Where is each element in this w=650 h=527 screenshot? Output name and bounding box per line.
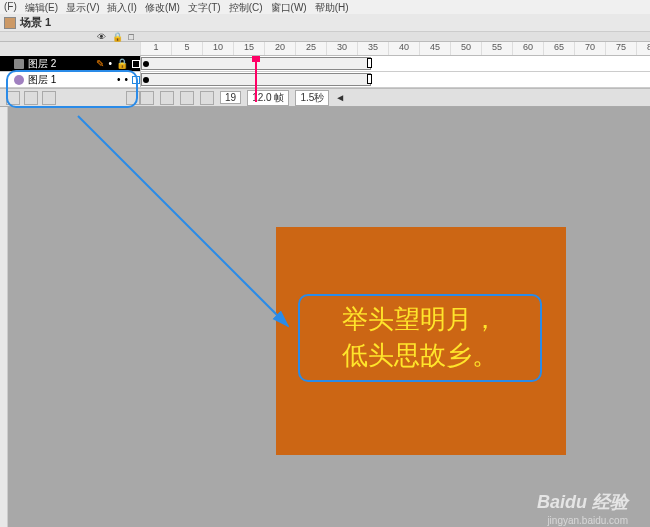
- text-frame[interactable]: 举头望明月，低头思故乡。: [298, 294, 542, 382]
- tick: 35: [357, 42, 388, 55]
- watermark: Baidu 经验: [537, 490, 628, 514]
- layer-icon: [14, 75, 24, 85]
- eye-icon[interactable]: 👁: [97, 32, 106, 42]
- playhead[interactable]: [255, 58, 257, 102]
- lock-column-icon[interactable]: 🔒: [112, 32, 123, 42]
- endframe[interactable]: [367, 58, 372, 68]
- add-folder-button[interactable]: [42, 91, 56, 105]
- scene-title: 场景 1: [20, 15, 51, 30]
- tick: 15: [233, 42, 264, 55]
- layer-row[interactable]: 图层 2 ✎ • 🔒: [0, 56, 650, 72]
- menubar[interactable]: (F) 编辑(E) 显示(V) 插入(I) 修改(M) 文字(T) 控制(C) …: [0, 0, 650, 14]
- layer-tools: 19 12.0 帧 1.5秒 ◄: [0, 88, 650, 106]
- menu-item[interactable]: 编辑(E): [25, 1, 58, 13]
- workspace: 举头望明月，低头思故乡。 Baidu 经验 jingyan.baidu.com: [0, 107, 650, 527]
- edit-multiple-button[interactable]: [180, 91, 194, 105]
- menu-item[interactable]: (F): [4, 1, 17, 13]
- outline-column-icon[interactable]: □: [129, 32, 134, 42]
- time-display: 1.5秒: [295, 90, 329, 106]
- visibility-dot[interactable]: •: [108, 58, 112, 69]
- menu-item[interactable]: 修改(M): [145, 1, 180, 13]
- layers-list: 图层 2 ✎ • 🔒 图层 1 • •: [0, 56, 650, 88]
- lock-icon[interactable]: 🔒: [116, 58, 128, 69]
- layer-icon: [14, 59, 24, 69]
- add-guide-button[interactable]: [24, 91, 38, 105]
- tick: 75: [605, 42, 636, 55]
- tick: 40: [388, 42, 419, 55]
- delete-layer-button[interactable]: [126, 91, 140, 105]
- pencil-icon: ✎: [96, 58, 104, 69]
- timeline-ruler[interactable]: 1 5 10 15 20 25 30 35 40 45 50 55 60 65 …: [140, 42, 650, 56]
- lock-dot[interactable]: •: [124, 74, 128, 85]
- keyframe[interactable]: [143, 61, 149, 67]
- tick: 1: [140, 42, 171, 55]
- onion-skin-button[interactable]: [140, 91, 154, 105]
- outline-box[interactable]: [132, 60, 140, 68]
- watermark-sub: jingyan.baidu.com: [547, 515, 628, 526]
- tick: 5: [171, 42, 202, 55]
- layer-frames[interactable]: [140, 72, 650, 87]
- tick: 20: [264, 42, 295, 55]
- timeline-panel: 👁 🔒 □ 1 5 10 15 20 25 30 35 40 45 50 55 …: [0, 32, 650, 107]
- tick: 45: [419, 42, 450, 55]
- svg-line-0: [78, 116, 288, 326]
- tick: 30: [326, 42, 357, 55]
- menu-item[interactable]: 窗口(W): [271, 1, 307, 13]
- current-frame: 19: [220, 91, 241, 104]
- scene-icon: [4, 17, 16, 29]
- fps-display: 12.0 帧: [247, 90, 289, 106]
- menu-item[interactable]: 显示(V): [66, 1, 99, 13]
- scene-bar: 场景 1: [0, 14, 650, 32]
- side-toolbar[interactable]: [0, 107, 8, 527]
- tick: 10: [202, 42, 233, 55]
- tick: 55: [481, 42, 512, 55]
- menu-item[interactable]: 控制(C): [229, 1, 263, 13]
- endframe[interactable]: [367, 74, 372, 84]
- menu-item[interactable]: 文字(T): [188, 1, 221, 13]
- add-layer-button[interactable]: [6, 91, 20, 105]
- onion-outline-button[interactable]: [160, 91, 174, 105]
- layer-name: 图层 1: [28, 73, 56, 87]
- tick: 50: [450, 42, 481, 55]
- keyframe[interactable]: [143, 77, 149, 83]
- menu-item[interactable]: 插入(I): [107, 1, 136, 13]
- modify-markers-button[interactable]: [200, 91, 214, 105]
- outline-box[interactable]: [132, 76, 140, 84]
- layer-row[interactable]: 图层 1 • •: [0, 72, 650, 88]
- canvas-area[interactable]: 举头望明月，低头思故乡。 Baidu 经验 jingyan.baidu.com: [8, 107, 650, 527]
- menu-item[interactable]: 帮助(H): [315, 1, 349, 13]
- tick: 65: [543, 42, 574, 55]
- stage-shape[interactable]: 举头望明月，低头思故乡。: [276, 227, 566, 455]
- tick: 70: [574, 42, 605, 55]
- stage-text: 举头望明月，低头思故乡。: [342, 302, 498, 375]
- tick: 25: [295, 42, 326, 55]
- layer-header: 👁 🔒 □: [0, 32, 650, 42]
- layer-frames[interactable]: [140, 56, 650, 71]
- visibility-dot[interactable]: •: [117, 74, 121, 85]
- layer-name: 图层 2: [28, 57, 56, 71]
- tick: 80: [636, 42, 650, 55]
- scroll-left-button[interactable]: ◄: [335, 92, 345, 103]
- tick: 60: [512, 42, 543, 55]
